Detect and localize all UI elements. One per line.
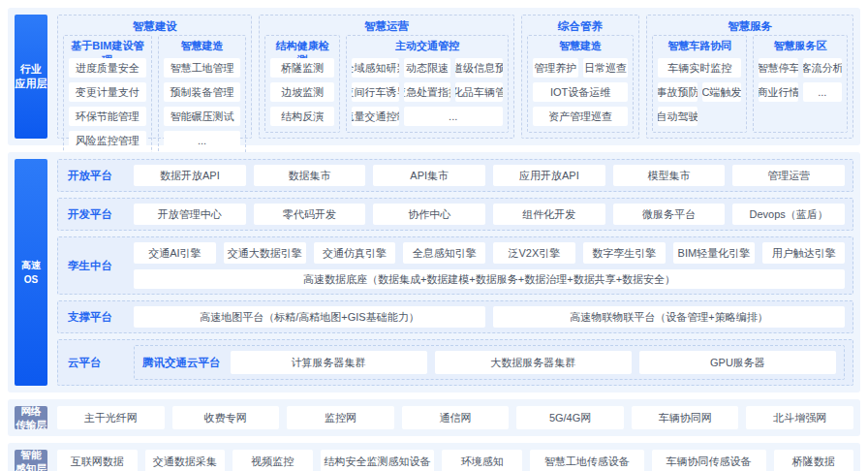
subgroup-items: 管理养护 日常巡查 IOT设备运维 资产管理巡查 [533, 58, 629, 127]
app-item: 夜间行车诱导 [352, 82, 399, 102]
os-item: 组件化开发 [493, 204, 605, 225]
data-base-bar: 高速数据底座（数据集成+数据建模+数据服务+数据治理+数据共享+数据安全） [134, 269, 845, 289]
app-item: ... [164, 131, 241, 150]
os-row-open-platform: 开放平台 数据开放API 数据集市 API集市 应用开放API 模型集市 管理运… [57, 159, 853, 192]
network-items: 主干光纤网 收费专网 监控网 通信网 5G/4G网 车辆协同网 北斗增强网 [57, 406, 853, 429]
app-item: 商业行情 [759, 82, 797, 102]
subgroup-smart-building: 智慧建造 智慧工地管理 预制装备管理 智能碾压测试 ... [158, 35, 247, 156]
os-rows: 开放平台 数据开放API 数据集市 API集市 应用开放API 模型集市 管理运… [57, 159, 853, 386]
network-item: 监控网 [287, 406, 394, 429]
app-item: 流量交通控制 [352, 107, 399, 126]
app-item: 智能碾压测试 [164, 107, 241, 126]
app-item: ... [404, 107, 503, 126]
layer-label-line: 行业 [20, 62, 42, 77]
subgroup-title: 智慧建造 [164, 39, 241, 53]
layer-label-line: 网络 [21, 404, 42, 418]
os-item: 数据集市 [254, 165, 366, 186]
network-item: 主干光纤网 [57, 406, 165, 429]
subgroup-vehicle-road-coordination: 智慧车路协同 车辆实时监控 事故预防 C端触发 自动驾驶 [652, 35, 747, 133]
network-item: 通信网 [402, 406, 510, 429]
subgroup-items: 车辆实时监控 事故预防 C端触发 自动驾驶 [658, 58, 741, 127]
layer-network-transmission: 网络 传输层 主干光纤网 收费专网 监控网 通信网 5G/4G网 车辆协同网 北… [8, 399, 860, 436]
subgroup-bim-management: 基于BIM建设管理 进度质量安全 变更计量支付 环保节能管理 风险监控管理 [63, 35, 152, 156]
layer-label-line: 应用层 [16, 77, 47, 91]
sensing-items: 互联网数据 交通数据采集 视频监控 结构安全监测感知设备 环境感知 智慧工地传感… [57, 450, 853, 471]
os-item: BIM轻量化引擎 [673, 242, 756, 264]
app-item: 边坡监测 [270, 82, 334, 102]
os-item: 交通大数据引擎 [224, 242, 306, 264]
group-title: 智慧运营 [264, 18, 508, 35]
os-item: Devops（蓝盾） [732, 204, 845, 225]
os-item: 全息感知引擎 [403, 242, 485, 264]
app-groups: 智慧建设 基于BIM建设管理 进度质量安全 变更计量支付 环保节能管理 风险监控… [57, 15, 853, 139]
sensing-item: 环境感知 [442, 450, 522, 471]
os-item: 计算服务器集群 [231, 351, 427, 374]
os-item: 协作中心 [373, 204, 485, 225]
os-row-label: 开发平台 [66, 207, 124, 222]
subgroups: 基于BIM建设管理 进度质量安全 变更计量支付 环保节能管理 风险监控管理 智慧… [63, 35, 246, 156]
sensing-item: 桥隧数据 [774, 450, 854, 471]
os-row-support-platform: 支撑平台 高速地图平台（标精/高精地图+GIS基础能力） 高速物联物联平台（设备… [57, 300, 853, 333]
os-row-stack: 交通AI引擎 交通大数据引擎 交通仿真引擎 全息感知引擎 泛V2X引擎 数字孪生… [134, 242, 845, 289]
subgroup-title: 智慧服务区 [759, 39, 842, 53]
app-item: 管理养护 [533, 58, 578, 78]
group-title: 智慧服务 [652, 18, 848, 35]
os-item: 管理运营 [732, 165, 845, 186]
subgroup-title: 智慧建造 [533, 39, 629, 53]
sensing-item: 结构安全监测感知设备 [321, 450, 435, 471]
group-title: 综合管养 [527, 18, 635, 35]
cloud-platform-box: 腾讯交通云平台 计算服务器集群 大数据服务器集群 GPU服务器 [134, 345, 845, 380]
os-row-items: 开放管理中心 零代码开发 协作中心 组件化开发 微服务平台 Devops（蓝盾） [134, 204, 845, 225]
app-item: 资产管理巡查 [533, 107, 629, 126]
layer-label-line: 传输层 [16, 418, 46, 431]
os-item: API集市 [373, 165, 485, 186]
app-item: 预制装备管理 [164, 82, 241, 102]
app-item: 变更计量支付 [69, 82, 146, 102]
layer-highway-os: 高速OS 开放平台 数据开放API 数据集市 API集市 应用开放API 模型集… [8, 152, 860, 392]
app-item: 应急处置指挥 [404, 82, 451, 102]
os-item: 数据开放API [134, 165, 246, 186]
group-title: 智慧建设 [63, 18, 246, 35]
app-item: 风险监控管理 [69, 131, 146, 150]
subgroup-items: 进度质量安全 变更计量支付 环保节能管理 风险监控管理 [69, 58, 146, 150]
sensing-item: 视频监控 [232, 450, 313, 471]
architecture-diagram: 行业 应用层 智慧建设 基于BIM建设管理 进度质量安全 变更计量支付 环保节能… [0, 0, 868, 471]
subgroup-smart-maintenance: 智慧建造 管理养护 日常巡查 IOT设备运维 资产管理巡查 [527, 35, 635, 133]
app-item: 客流分析 [803, 58, 842, 78]
group-integrated-maintenance: 综合管养 智慧建造 管理养护 日常巡查 IOT设备运维 资产管理巡查 [521, 15, 640, 139]
subgroup-smart-service-area: 智慧服务区 智慧停车 客流分析 商业行情 ... [753, 35, 848, 133]
os-item: 用户触达引擎 [762, 242, 845, 264]
sensing-item: 交通数据采集 [145, 450, 226, 471]
app-item: 环保节能管理 [69, 107, 146, 126]
layer-label-industry-applications: 行业 应用层 [15, 15, 47, 139]
layer-label-line: 高速OS [15, 258, 47, 287]
os-row-cloud-platform: 云平台 腾讯交通云平台 计算服务器集群 大数据服务器集群 GPU服务器 [57, 339, 853, 386]
subgroup-items: 全域感知研判 动态限速 车道级信息预判 夜间行车诱导 应急处置指挥 危化品车辆管… [352, 58, 503, 127]
os-row-label: 支撑平台 [66, 310, 124, 325]
subgroup-items: 智慧停车 客流分析 商业行情 ... [759, 58, 842, 127]
app-item: ... [803, 82, 842, 102]
cloud-items: 计算服务器集群 大数据服务器集群 GPU服务器 [231, 351, 837, 374]
os-row-items: 交通AI引擎 交通大数据引擎 交通仿真引擎 全息感知引擎 泛V2X引擎 数字孪生… [134, 242, 845, 264]
subgroup-title: 基于BIM建设管理 [69, 39, 146, 53]
layer-industry-applications: 行业 应用层 智慧建设 基于BIM建设管理 进度质量安全 变更计量支付 环保节能… [8, 8, 860, 145]
os-item: 微服务平台 [613, 204, 726, 225]
layer-label-highway-os: 高速OS [15, 159, 47, 386]
subgroup-structural-health: 结构健康检测 桥隧监测 边坡监测 结构反演 [264, 35, 340, 133]
os-item: 泛V2X引擎 [493, 242, 575, 264]
app-item: 智慧停车 [759, 58, 797, 78]
os-row-label: 孪生中台 [66, 259, 124, 273]
app-item: 结构反演 [270, 107, 334, 126]
subgroup-active-traffic-control: 主动交通管控 全域感知研判 动态限速 车道级信息预判 夜间行车诱导 应急处置指挥… [346, 35, 509, 133]
network-item: 5G/4G网 [516, 406, 624, 429]
os-item: 交通AI引擎 [134, 242, 216, 264]
sensing-item: 互联网数据 [57, 450, 138, 471]
subgroups: 结构健康检测 桥隧监测 边坡监测 结构反演 主动交通管控 全域感知研判 动态限速… [264, 35, 508, 133]
os-item: 开放管理中心 [134, 204, 246, 225]
os-item: 交通仿真引擎 [314, 242, 396, 264]
app-item: 自动驾驶 [658, 107, 697, 126]
app-item: IOT设备运维 [533, 82, 629, 102]
os-item: GPU服务器 [639, 351, 836, 374]
app-item: 进度质量安全 [69, 58, 146, 78]
network-item: 车辆协同网 [632, 406, 739, 429]
